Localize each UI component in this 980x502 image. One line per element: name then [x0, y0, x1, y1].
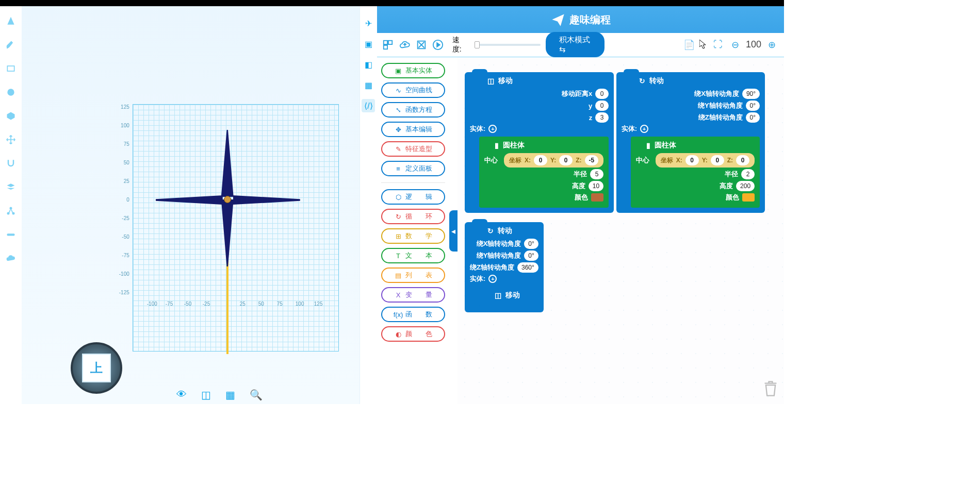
right-panel: 趣味编程 速度: 积木模式 ⇆ 📄 ⛶ ⊖ 100 ⊕ ▣基本实体∿空间曲线⤡函…	[377, 6, 784, 404]
upload-button[interactable]	[399, 38, 410, 52]
category-label: 基本实体	[405, 66, 432, 75]
row-label: y	[589, 102, 592, 110]
sub-block-cylinder-2[interactable]: ▮圆柱体 中心 坐标 X:0 Y:0 Z:0 半径2高度200	[631, 137, 760, 208]
rotate-icon: ↻	[487, 227, 494, 235]
category-icon: ▣	[394, 66, 402, 75]
plane-icon[interactable]: ✈	[362, 16, 375, 30]
svg-rect-0	[7, 66, 14, 71]
tool-rect-icon[interactable]	[5, 63, 17, 74]
category-define-panel[interactable]: ≡定义面板	[381, 161, 445, 176]
code-icon[interactable]: ⟨/⟩	[362, 99, 375, 112]
value-input[interactable]: 3	[595, 112, 609, 123]
value-input[interactable]: 0	[595, 101, 609, 111]
sub-block-cylinder-1[interactable]: ▮圆柱体 中心 坐标 X:0 Y:0 Z:-5 半径5高度10	[479, 137, 609, 208]
canvas[interactable]: 1251007550250-25-50-75-100-125 -100-75-5…	[22, 6, 360, 404]
tool-cloud-icon[interactable]	[5, 253, 17, 264]
entity-label: 实体:	[470, 124, 485, 133]
category-basic-entity[interactable]: ▣基本实体	[381, 63, 445, 78]
tool-ruler-icon[interactable]	[5, 229, 17, 240]
value-input[interactable]: 0°	[524, 250, 538, 261]
category-label: 基本编辑	[405, 125, 432, 134]
zoom-icon[interactable]: 🔍	[250, 389, 263, 401]
mode-toggle-button[interactable]: 积木模式 ⇆	[546, 32, 605, 57]
clear-button[interactable]	[416, 38, 427, 52]
category-label: 变 量	[405, 290, 432, 299]
svg-rect-5	[7, 233, 14, 236]
category-loop[interactable]: ↻循 环	[381, 209, 445, 224]
y-axis-label: -125	[117, 290, 129, 295]
windmill-hub	[224, 196, 231, 203]
fullscreen-icon[interactable]: ⛶	[711, 38, 725, 52]
tool-layer-icon[interactable]	[5, 181, 17, 193]
svg-rect-6	[384, 40, 387, 44]
category-math[interactable]: ⊞数 学	[381, 228, 445, 244]
color-swatch[interactable]	[742, 193, 755, 202]
value-input[interactable]: 360°	[517, 262, 538, 273]
sub-block-move-tail[interactable]: ◫移动	[479, 287, 536, 307]
tool-brush-icon[interactable]	[5, 39, 17, 51]
block-icon: ◫	[495, 291, 501, 299]
value-input[interactable]: 2	[741, 169, 755, 179]
tool-cube-icon[interactable]	[5, 110, 17, 122]
category-text[interactable]: T文 本	[381, 248, 445, 263]
row-label: 绕X轴转动角度	[694, 89, 739, 98]
cube3d-icon[interactable]: ◧	[362, 58, 375, 71]
page-icon[interactable]: 📄	[682, 38, 696, 52]
block-rotate-1[interactable]: ↻转动 绕X轴转动角度90°绕Y轴转动角度0°绕Z轴转动角度0° 实体:+ ▮圆…	[616, 72, 765, 213]
value-input[interactable]: 10	[589, 181, 603, 191]
category-icon: ≡	[394, 164, 402, 173]
category-icon: ∿	[394, 86, 402, 94]
category-function[interactable]: ⤡函数方程	[381, 102, 445, 118]
block-workspace[interactable]: ◫移动 移动距离x0y0z3 实体:+ ▮圆柱体 中心 坐标 X:0 Y:0	[458, 58, 784, 404]
blocks-button[interactable]	[382, 38, 394, 52]
category-basic-edit[interactable]: ✥基本编辑	[381, 122, 445, 137]
category-label: 列 表	[405, 271, 432, 280]
add-entity-button[interactable]: +	[488, 275, 497, 283]
value-input[interactable]: 90°	[742, 89, 760, 99]
viewcube-face[interactable]: 上	[82, 354, 111, 382]
y-axis-label: -25	[117, 215, 129, 221]
blocks-icon[interactable]: ▣	[362, 37, 375, 51]
category-func[interactable]: f(x)函 数	[381, 307, 445, 322]
viewcube[interactable]: 上	[71, 342, 122, 394]
collapse-handle[interactable]: ◂	[449, 210, 458, 252]
value-input[interactable]: 200	[736, 181, 755, 191]
tool-circle-icon[interactable]	[5, 87, 17, 98]
category-label: 函 数	[405, 310, 432, 319]
zoom-in-button[interactable]: ⊕	[764, 38, 779, 52]
add-entity-button[interactable]: +	[488, 125, 497, 133]
canvas-grid	[133, 104, 339, 352]
svg-rect-8	[384, 45, 387, 48]
category-space-curve[interactable]: ∿空间曲线	[381, 82, 445, 98]
category-color[interactable]: ◐颜 色	[381, 326, 445, 342]
entity-label: 实体:	[470, 274, 485, 283]
category-list[interactable]: ▤列 表	[381, 267, 445, 283]
category-variable[interactable]: X变 量	[381, 287, 445, 303]
value-input[interactable]: 0°	[524, 239, 538, 249]
block-rotate-2[interactable]: ↻转动 绕X轴转动角度0°绕Y轴转动角度0°绕Z轴转动角度360° 实体:+ ◫…	[465, 222, 544, 312]
coord-pill[interactable]: 坐标 X:0 Y:0 Z:0	[656, 153, 755, 168]
color-swatch[interactable]	[591, 193, 603, 202]
box-icon[interactable]: ▦	[362, 78, 375, 92]
play-button[interactable]	[432, 38, 444, 52]
block-move-1[interactable]: ◫移动 移动距离x0y0z3 实体:+ ▮圆柱体 中心 坐标 X:0 Y:0	[465, 72, 614, 213]
coord-pill[interactable]: 坐标 X:0 Y:0 Z:-5	[504, 153, 603, 168]
value-input[interactable]: 0°	[746, 101, 760, 111]
speed-slider[interactable]	[475, 44, 541, 46]
category-feature[interactable]: ✎特征造型	[381, 141, 445, 157]
grid-icon[interactable]: ▦	[225, 389, 235, 401]
eye-icon[interactable]: 👁	[176, 389, 187, 401]
value-input[interactable]: 0°	[746, 112, 760, 123]
value-input[interactable]: 5	[590, 169, 603, 179]
trash-icon[interactable]	[763, 380, 778, 399]
zoom-out-button[interactable]: ⊖	[728, 38, 743, 52]
add-entity-button[interactable]: +	[640, 125, 648, 133]
value-input[interactable]: 0	[595, 89, 609, 99]
tool-move-icon[interactable]	[5, 134, 17, 145]
tool-magnet-icon[interactable]	[5, 158, 17, 169]
tool-connect-icon[interactable]	[5, 205, 17, 216]
tool-cone-icon[interactable]	[5, 15, 17, 27]
category-logic[interactable]: ⬡逻 辑	[381, 189, 445, 205]
wireframe-icon[interactable]: ◫	[201, 389, 211, 401]
category-list: ▣基本实体∿空间曲线⤡函数方程✥基本编辑✎特征造型≡定义面板 ⬡逻 辑↻循 环⊞…	[377, 58, 449, 404]
